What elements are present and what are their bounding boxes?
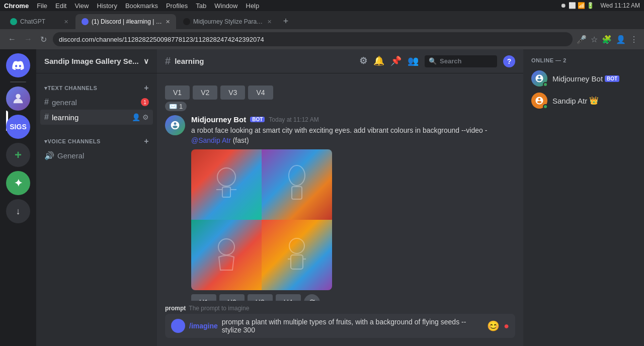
search-placeholder: Search (440, 57, 461, 65)
emoji-button[interactable]: 😊 (487, 320, 500, 332)
bookmark-icon[interactable]: ☆ (591, 35, 598, 44)
svg-point-1 (217, 168, 235, 186)
channel-tools: ⚙ 🔔 📌 👥 🔍 Search ? (359, 55, 515, 67)
u2-button[interactable]: U2 (219, 294, 245, 301)
text-channels-header[interactable]: ▾ TEXT CHANNELS + (40, 81, 153, 95)
imagine-command: /imagine (189, 322, 218, 330)
add-voice-channel-icon[interactable]: + (144, 137, 149, 146)
server-item-gallery[interactable] (6, 86, 30, 111)
voice-channels-header[interactable]: ▾ VOICE CHANNELS + (40, 135, 153, 148)
menu-edit[interactable]: Edit (55, 2, 66, 10)
bot-avatar-small (171, 319, 185, 333)
bot-badge: BOT (250, 117, 265, 122)
message-input-wrapper[interactable]: /imagine prompt a plant with multiple ty… (165, 314, 515, 338)
reload-button[interactable]: ↻ (38, 33, 49, 46)
menu-chrome[interactable]: Chrome (4, 2, 29, 10)
member-item-sandip[interactable]: Sandip Atr 👑 (527, 90, 640, 112)
image-grid[interactable] (191, 149, 332, 290)
message-text: a robot face looking at smart city with … (191, 126, 515, 145)
top-v2-button[interactable]: V2 (193, 85, 217, 100)
bell-icon[interactable]: 🔔 (373, 55, 384, 67)
member-item-midjourney[interactable]: Midjourney Bot BOT (527, 67, 640, 90)
mic-active-button[interactable]: ● (504, 321, 509, 331)
u4-button[interactable]: U4 (276, 294, 301, 301)
channel-item-general-voice[interactable]: 🔊 General (40, 148, 153, 163)
back-button[interactable]: ← (6, 33, 18, 46)
menu-view[interactable]: View (74, 2, 89, 10)
tab-discord[interactable]: (1) Discord | #learning | Sandi... ✕ (75, 14, 176, 29)
image-cell-1 (191, 149, 262, 220)
help-icon[interactable]: ? (503, 55, 515, 67)
server-icon-green[interactable]: ✦ (6, 171, 30, 195)
new-tab-button[interactable]: + (279, 14, 293, 28)
top-reaction[interactable]: ✉️ 1 (165, 102, 187, 111)
svg-rect-2 (222, 187, 230, 197)
address-bar[interactable]: discord.com/channels/1128282250098778123… (53, 32, 573, 46)
tab-close-chatgpt[interactable]: ✕ (64, 19, 68, 25)
server-home[interactable] (6, 53, 30, 77)
tab-close-discord[interactable]: ✕ (166, 19, 170, 25)
add-server-button[interactable]: + (6, 143, 30, 167)
search-bar[interactable]: 🔍 Search (425, 55, 497, 67)
tab-close-midjourney[interactable]: ✕ (267, 19, 272, 25)
gear-icon[interactable]: ⚙ (142, 113, 149, 121)
tab-chatgpt[interactable]: ChatGPT ✕ (4, 14, 74, 29)
clock: Wed 11:12 AM (601, 2, 640, 9)
u1-button[interactable]: U1 (191, 294, 216, 301)
server-name: Sandip Image Gallery Se... (44, 57, 139, 65)
svg-rect-9 (291, 255, 303, 269)
refresh-button[interactable] (304, 294, 320, 301)
prompt-hint: prompt The prompt to imagine (165, 305, 515, 312)
prompt-hint-text: The prompt to imagine (189, 305, 249, 312)
members-icon[interactable]: 👥 (408, 55, 419, 67)
message-body: a robot face looking at smart city with … (191, 126, 487, 134)
profile-icon[interactable]: 👤 (616, 35, 626, 44)
tab-label-discord: (1) Discord | #learning | Sandi... (92, 18, 163, 25)
input-text[interactable]: prompt a plant with multiple types of fr… (222, 318, 483, 334)
hash-icon: # (44, 98, 49, 107)
server-item-sigs[interactable]: SIGS (6, 115, 30, 139)
add-channel-icon[interactable]: + (144, 83, 149, 93)
status-bar-icons: ⏺ ⬜ 📶 🔋 (560, 2, 594, 9)
top-action-buttons: V1 V2 V3 V4 ✉️ 1 (165, 85, 515, 111)
channel-name-learning: learning (52, 113, 78, 122)
menu-file[interactable]: File (37, 2, 47, 10)
svg-point-0 (16, 94, 20, 99)
top-v1-button[interactable]: V1 (165, 85, 190, 100)
forward-button[interactable]: → (22, 33, 34, 46)
channel-name-general-voice: General (57, 151, 84, 160)
menu-profiles[interactable]: Profiles (166, 2, 188, 10)
discord-main: SIGS + ✦ ↓ Sandip Image Gallery Se... ∨ … (0, 49, 644, 346)
user-icon[interactable]: 👤 (132, 113, 140, 121)
messages-area[interactable]: V1 V2 V3 V4 ✉️ 1 Midjourney Bot (157, 73, 523, 301)
menu-icon[interactable]: ⋮ (630, 35, 638, 44)
u3-button[interactable]: U3 (248, 294, 273, 301)
extensions-icon[interactable]: 🧩 (602, 35, 612, 44)
mic-icon[interactable]: 🎤 (577, 35, 587, 44)
svg-rect-6 (292, 187, 302, 199)
menu-tab[interactable]: Tab (196, 2, 206, 10)
message-input-container: prompt The prompt to imagine /imagine pr… (157, 301, 523, 346)
server-icon-sigs: SIGS (6, 115, 30, 139)
online-dot-midjourney (543, 82, 548, 87)
menu-history[interactable]: History (97, 2, 117, 10)
settings-icon[interactable]: ⚙ (359, 55, 367, 67)
server-list: SIGS + ✦ ↓ (0, 49, 36, 346)
channel-header: # learning ⚙ 🔔 📌 👥 🔍 Search ? (157, 49, 523, 73)
mac-menu[interactable]: Chrome File Edit View History Bookmarks … (4, 2, 259, 10)
server-header[interactable]: Sandip Image Gallery Se... ∨ (36, 49, 157, 73)
top-v3-button[interactable]: V3 (220, 85, 245, 100)
mac-titlebar: Chrome File Edit View History Bookmarks … (0, 0, 644, 11)
channel-item-general[interactable]: # general 1 (40, 95, 153, 110)
server-icon-download[interactable]: ↓ (6, 199, 30, 223)
tab-midjourney[interactable]: Midjourney Stylize Parameter ✕ (177, 14, 278, 29)
top-v4-button[interactable]: V4 (248, 85, 273, 100)
menu-window[interactable]: Window (214, 2, 237, 10)
pin-icon[interactable]: 📌 (390, 55, 401, 67)
channel-item-learning[interactable]: # learning 👤 ⚙ (40, 110, 153, 125)
menu-help[interactable]: Help (246, 2, 260, 10)
menu-bookmarks[interactable]: Bookmarks (125, 2, 158, 10)
message-group-midjourney: Midjourney Bot BOT Today at 11:12 AM a r… (165, 115, 515, 301)
online-dot-sandip (543, 104, 548, 109)
text-channels-label: TEXT CHANNELS (48, 85, 98, 91)
